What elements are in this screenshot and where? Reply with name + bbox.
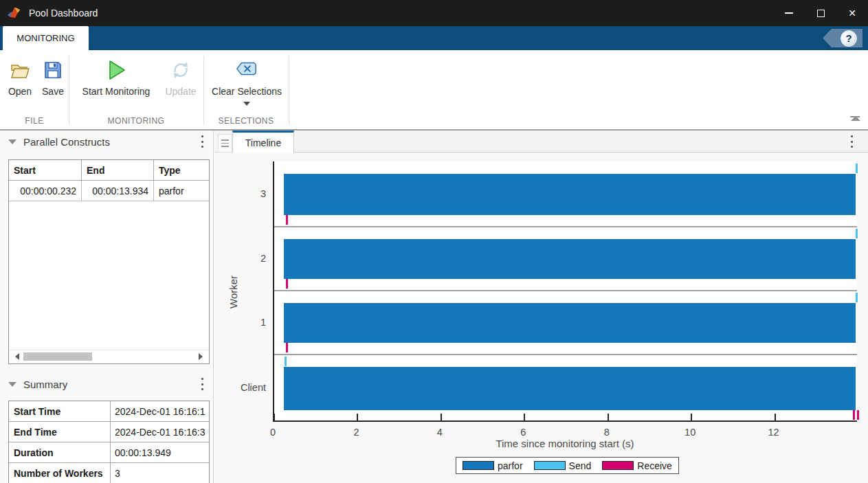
scroll-right-icon[interactable] xyxy=(197,352,205,361)
parfor-bar[interactable] xyxy=(284,239,856,279)
ribbon-tab-strip: MONITORING ? xyxy=(0,26,868,50)
send-tick[interactable] xyxy=(856,229,858,238)
chevron-down-icon[interactable] xyxy=(243,102,250,106)
table-row[interactable]: 00:00:00.232 00:00:13.934 parfor xyxy=(9,181,209,201)
receive-tick[interactable] xyxy=(286,279,288,289)
collapse-caret-icon[interactable] xyxy=(8,139,16,144)
drag-handle-icon[interactable] xyxy=(218,134,232,153)
column-header-start[interactable]: Start xyxy=(9,160,82,181)
column-header-type[interactable]: Type xyxy=(154,160,209,181)
parallel-constructs-table: Start End Type 00:00:00.232 00:00:13.934… xyxy=(8,159,210,364)
left-panel: Parallel Constructs Start End Type 00:00… xyxy=(0,131,214,483)
toolbar-divider xyxy=(203,56,204,124)
x-tick-label: 12 xyxy=(768,427,779,438)
receive-tick[interactable] xyxy=(853,410,855,420)
summary-value: 2024-Dec-01 16:16:3 xyxy=(111,422,209,442)
receive-tick[interactable] xyxy=(286,343,288,352)
y-tick-label: Client xyxy=(241,382,266,393)
parfor-bar[interactable] xyxy=(284,367,856,410)
legend-swatch xyxy=(463,461,494,470)
play-icon xyxy=(104,58,128,82)
clear-selections-icon xyxy=(235,58,258,82)
x-tick xyxy=(357,414,358,420)
open-label: Open xyxy=(4,86,36,97)
timeline-chart: Worker 321Client 024681012 Time since mo… xyxy=(214,153,868,483)
cell-end[interactable]: 00:00:13.934 xyxy=(82,181,154,201)
clear-selections-button[interactable]: Clear Selections xyxy=(208,58,286,106)
receive-tick[interactable] xyxy=(857,410,859,420)
x-tick xyxy=(608,414,609,420)
lane-separator xyxy=(274,290,857,291)
parfor-bar[interactable] xyxy=(284,174,856,215)
help-button[interactable]: ? xyxy=(841,30,857,47)
collapse-ribbon-button[interactable] xyxy=(850,116,861,124)
open-button[interactable]: Open xyxy=(4,58,36,97)
plot-area[interactable] xyxy=(273,161,857,422)
summary-label: Duration xyxy=(9,442,111,462)
send-tick[interactable] xyxy=(856,293,858,302)
section-label-file: FILE xyxy=(0,116,69,126)
save-icon xyxy=(41,58,65,82)
panel-menu-icon[interactable] xyxy=(849,135,854,148)
save-label: Save xyxy=(37,86,69,97)
summary-row: Duration 00:00:13.949 xyxy=(9,442,209,463)
matlab-logo-icon xyxy=(7,5,22,21)
legend-swatch xyxy=(602,461,634,470)
summary-header: Summary xyxy=(0,373,213,395)
y-tick-label: 2 xyxy=(260,253,266,264)
tab-timeline[interactable]: Timeline xyxy=(232,131,294,153)
save-button[interactable]: Save xyxy=(37,58,69,97)
window-title: Pool Dashboard xyxy=(29,8,98,19)
close-icon: ✕ xyxy=(848,8,856,18)
summary-row: Start Time 2024-Dec-01 16:16:1 xyxy=(9,401,209,422)
receive-tick[interactable] xyxy=(286,215,288,225)
legend-item: Send xyxy=(534,460,592,471)
x-tick-label: 4 xyxy=(437,427,443,438)
tab-monitoring[interactable]: MONITORING xyxy=(3,26,89,50)
cell-type[interactable]: parfor xyxy=(154,181,209,201)
cell-start[interactable]: 00:00:00.232 xyxy=(9,181,82,201)
legend-label: Send xyxy=(569,460,592,471)
parallel-constructs-header: Parallel Constructs xyxy=(0,131,213,153)
help-container: ? xyxy=(823,29,863,47)
timeline-panel: Timeline Worker 321Client 024681012 Time… xyxy=(214,131,868,483)
panel-menu-icon[interactable] xyxy=(199,135,205,148)
summary-title: Summary xyxy=(23,379,67,390)
summary-label: Number of Workers xyxy=(9,463,111,483)
y-tick-label: 1 xyxy=(260,317,266,328)
x-tick xyxy=(691,414,692,420)
refresh-icon xyxy=(169,58,192,82)
x-tick-label: 2 xyxy=(353,427,359,438)
legend-item: parfor xyxy=(463,460,523,471)
toolbar-divider xyxy=(289,56,289,124)
horizontal-scrollbar[interactable] xyxy=(10,350,208,363)
folder-open-icon xyxy=(8,58,32,82)
send-tick[interactable] xyxy=(285,357,287,366)
update-label: Update xyxy=(162,86,199,97)
send-tick[interactable] xyxy=(856,164,858,173)
scrollbar-thumb[interactable] xyxy=(23,352,92,361)
collapse-caret-icon[interactable] xyxy=(8,382,16,387)
minimize-icon xyxy=(785,12,793,14)
x-tick xyxy=(524,414,525,420)
scroll-left-icon[interactable] xyxy=(13,352,21,361)
maximize-button[interactable] xyxy=(805,0,836,26)
x-tick xyxy=(274,414,275,420)
summary-label: End Time xyxy=(9,422,111,442)
section-label-monitoring: MONITORING xyxy=(69,116,203,126)
update-button: Update xyxy=(162,58,199,97)
summary-row: Number of Workers 3 xyxy=(9,463,209,483)
x-tick-label: 6 xyxy=(520,427,526,438)
legend-item: Receive xyxy=(602,460,672,471)
legend-label: parfor xyxy=(498,460,523,471)
summary-value: 3 xyxy=(111,463,209,483)
minimize-button[interactable] xyxy=(773,0,805,26)
panel-menu-icon[interactable] xyxy=(199,378,205,390)
collapse-ribbon-icon xyxy=(850,116,860,117)
column-header-end[interactable]: End xyxy=(82,160,154,181)
close-button[interactable]: ✕ xyxy=(836,0,868,26)
start-monitoring-button[interactable]: Start Monitoring xyxy=(73,58,159,97)
summary-value: 00:00:13.949 xyxy=(111,442,209,462)
timeline-tab-bar: Timeline xyxy=(214,131,868,153)
parfor-bar[interactable] xyxy=(284,303,856,343)
